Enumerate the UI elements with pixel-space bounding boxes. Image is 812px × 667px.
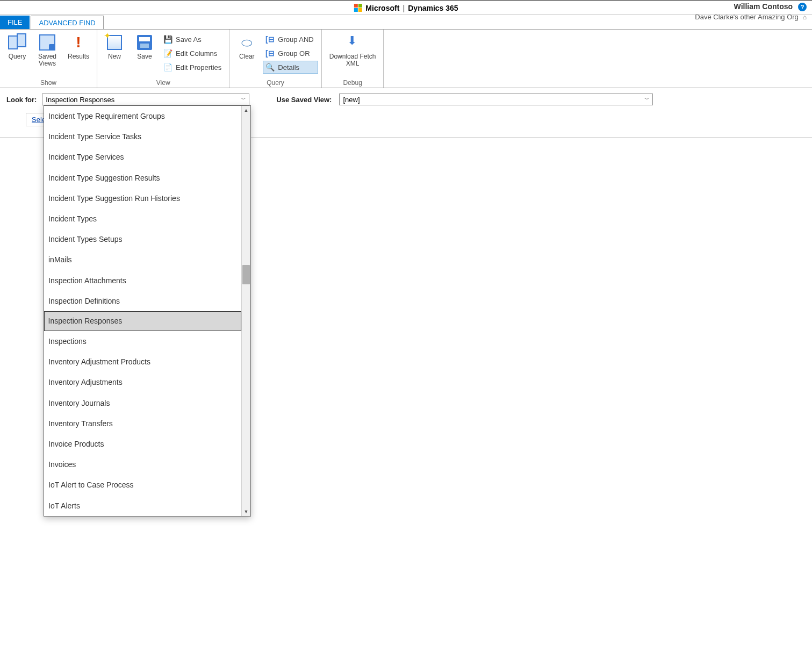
ribbon-group-view: New Save 💾 Save As 📝 Edit Columns 📄 Edit… (97, 30, 229, 88)
ribbon-group-show: Query Saved Views ! Results Show (0, 30, 97, 88)
separator: | (403, 4, 405, 12)
group-or-icon: [⊟ (265, 48, 275, 58)
results-button[interactable]: ! Results (63, 32, 94, 61)
save-button[interactable]: Save (131, 32, 159, 61)
org-name: Dave Clarke's other Amazing Org (695, 13, 799, 21)
edit-properties-button[interactable]: 📄 Edit Properties (161, 61, 226, 74)
look-for-label: Look for: (6, 96, 37, 104)
saved-view-value: [new] (343, 96, 360, 104)
ribbon-group-query: ⬭ Clear [⊟ Group AND [⊟ Group OR 🔍 Detai… (229, 30, 321, 88)
group-or-button[interactable]: [⊟ Group OR (263, 47, 318, 60)
group-debug-label: Debug (325, 78, 380, 87)
app-title: Microsoft | Dynamics 365 (354, 4, 458, 12)
group-and-button[interactable]: [⊟ Group AND (263, 33, 318, 46)
save-as-label: Save As (176, 35, 202, 44)
saved-view-select[interactable]: [new] ﹀ (339, 94, 653, 105)
clear-icon: ⬭ (241, 35, 253, 50)
scroll-up-arrow-icon[interactable]: ▲ (242, 106, 250, 114)
saved-view-label: Use Saved View: (276, 96, 332, 104)
user-area: William Contoso ? Dave Clarke's other Am… (695, 2, 807, 21)
look-for-value: Inspection Responses (46, 96, 114, 104)
new-icon (107, 35, 122, 50)
user-name: William Contoso (734, 2, 793, 11)
look-for-dropdown: Incident Type Requirement GroupsIncident… (44, 105, 251, 138)
group-and-label: Group AND (278, 35, 313, 44)
results-icon: ! (76, 34, 81, 51)
download-fetch-xml-button[interactable]: Download Fetch XML (325, 32, 380, 68)
saved-views-button[interactable]: Saved Views (33, 32, 61, 68)
download-label: Download Fetch XML (329, 53, 376, 67)
tab-advanced-find[interactable]: ADVANCED FIND (31, 16, 103, 29)
scrollbar[interactable]: ▲ ▼ (241, 106, 250, 138)
new-button[interactable]: New (100, 32, 128, 61)
save-as-icon: 💾 (163, 34, 173, 44)
chevron-down-icon: ﹀ (241, 96, 246, 103)
saved-views-label: Saved Views (38, 53, 56, 67)
group-and-icon: [⊟ (265, 34, 275, 44)
tab-file[interactable]: FILE (0, 16, 30, 29)
group-view-label: View (100, 78, 226, 87)
save-label: Save (137, 53, 152, 60)
details-icon: 🔍 (265, 62, 275, 72)
scroll-track[interactable] (242, 114, 250, 138)
product-name: Dynamics 365 (408, 4, 458, 12)
query-button[interactable]: Query (3, 32, 31, 61)
dropdown-item[interactable]: Incident Type Service Tasks (44, 126, 241, 138)
group-query-label: Query (233, 78, 318, 87)
dropdown-item[interactable]: Incident Type Requirement Groups (44, 106, 241, 126)
home-icon[interactable]: ⌂ (803, 13, 807, 21)
download-icon (345, 35, 360, 50)
edit-properties-label: Edit Properties (176, 63, 221, 71)
chevron-down-icon: ﹀ (644, 96, 650, 103)
microsoft-logo-icon (354, 4, 362, 12)
details-button[interactable]: 🔍 Details (263, 61, 318, 74)
ribbon-group-debug: Download Fetch XML Debug (322, 30, 384, 88)
save-icon (137, 35, 152, 50)
dropdown-list: Incident Type Requirement GroupsIncident… (44, 106, 241, 138)
edit-properties-icon: 📄 (163, 62, 173, 72)
save-as-button[interactable]: 💾 Save As (161, 33, 226, 46)
ribbon: Query Saved Views ! Results Show New Sav… (0, 29, 812, 88)
details-label: Details (278, 63, 299, 71)
new-label: New (108, 53, 121, 60)
group-or-label: Group OR (278, 49, 310, 58)
edit-columns-label: Edit Columns (176, 49, 217, 58)
help-icon[interactable]: ? (798, 3, 807, 11)
microsoft-text: Microsoft (365, 4, 399, 12)
title-bar: Microsoft | Dynamics 365 William Contoso… (0, 0, 812, 15)
query-icon (8, 33, 26, 52)
edit-columns-icon: 📝 (163, 48, 173, 58)
clear-button[interactable]: ⬭ Clear (233, 32, 261, 61)
clear-label: Clear (239, 53, 255, 60)
look-for-select[interactable]: Inspection Responses ﹀ (42, 94, 249, 105)
results-label: Results (68, 53, 89, 60)
edit-columns-button[interactable]: 📝 Edit Columns (161, 47, 226, 60)
query-label: Query (9, 53, 26, 60)
group-show-label: Show (3, 78, 94, 87)
ribbon-tabs: FILE ADVANCED FIND (0, 15, 812, 29)
saved-views-icon (39, 34, 55, 51)
